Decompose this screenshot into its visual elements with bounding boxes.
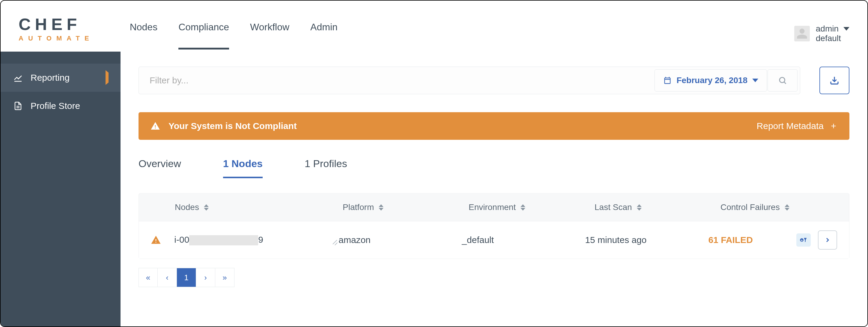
tab-overview[interactable]: Overview [138,158,181,178]
sidebar-item-label: Reporting [31,72,69,83]
avatar [794,26,810,41]
cell-node: i-009 [174,235,339,245]
user-menu[interactable]: admin default [794,15,849,43]
banner-text: Your System is Not Compliant [168,121,297,131]
user-icon [796,28,808,39]
filter-input-wrapper: February 26, 2018 [138,67,800,94]
page-next[interactable]: › [196,268,215,287]
warning-icon [151,235,161,245]
warning-icon [151,121,160,131]
nav-compliance[interactable]: Compliance [178,22,229,50]
caret-right-icon [105,72,108,83]
th-nodes[interactable]: Nodes [175,203,343,212]
meta-label: Report Metadata [757,121,824,131]
page-first[interactable]: « [138,268,158,287]
nav-nodes[interactable]: Nodes [130,22,158,48]
chart-icon [12,73,23,83]
calendar-icon [663,76,672,85]
redacted-text [189,235,258,245]
chevron-right-icon [824,236,831,244]
cell-platform: amazon [339,235,462,245]
header: CHEF AUTOMATE Nodes Compliance Workflow … [1,1,867,52]
logo-sub: AUTOMATE [19,34,94,42]
sidebar: Reporting Profile Store [1,52,121,326]
add-filter-button[interactable]: + [796,233,811,247]
tab-nodes[interactable]: 1 Nodes [223,158,262,178]
document-icon [12,101,23,110]
tab-profiles[interactable]: 1 Profiles [305,158,347,178]
sort-icon [785,204,789,211]
chevron-down-icon [843,27,849,31]
search-button[interactable] [768,69,798,91]
user-text: admin default [816,24,849,43]
page-last[interactable]: » [215,268,235,287]
page-1[interactable]: 1 [177,268,196,287]
th-control-failures[interactable]: Control Failures [720,203,810,212]
th-last-scan[interactable]: Last Scan [594,203,720,212]
download-icon [830,76,839,85]
main: February 26, 2018 Your System is Not Com… [121,52,867,326]
table-row[interactable]: i-009 amazon _default 15 minutes ago 61 … [139,221,849,259]
download-button[interactable] [819,67,849,94]
date-label: February 26, 2018 [676,76,747,85]
th-environment[interactable]: Environment [469,203,594,212]
table-header: Nodes Platform Environment Last Scan Con… [139,194,849,221]
th-platform[interactable]: Platform [343,203,469,212]
resize-handle[interactable] [333,239,337,244]
nodes-table: Nodes Platform Environment Last Scan Con… [138,193,849,259]
logo-main: CHEF [19,16,94,33]
page-prev[interactable]: ‹ [158,268,177,287]
user-name: admin [816,24,839,34]
chevron-down-icon [752,79,758,82]
nav-admin[interactable]: Admin [310,22,338,48]
sort-icon [637,204,642,211]
pagination: « ‹ 1 › » [138,268,849,287]
row-details-button[interactable] [818,230,837,249]
app-root: CHEF AUTOMATE Nodes Compliance Workflow … [0,0,868,327]
report-tabs: Overview 1 Nodes 1 Profiles [138,158,849,178]
report-metadata-toggle[interactable]: Report Metadata [757,121,837,131]
compliance-banner: Your System is Not Compliant Report Meta… [138,112,849,140]
svg-text:+: + [801,238,803,242]
sidebar-item-reporting[interactable]: Reporting [1,64,121,92]
date-picker[interactable]: February 26, 2018 [654,69,767,91]
user-tenant: default [816,34,849,43]
cell-last-scan: 15 minutes ago [585,235,708,245]
cell-environment: _default [462,235,585,245]
top-nav: Nodes Compliance Workflow Admin [130,7,338,51]
logo: CHEF AUTOMATE [19,16,94,42]
svg-point-2 [780,78,785,83]
row-status [151,235,174,245]
nav-workflow[interactable]: Workflow [250,22,289,48]
search-icon [778,76,787,85]
filter-row: February 26, 2018 [138,67,849,94]
svg-line-3 [784,82,786,84]
sort-icon [204,204,209,211]
body: Reporting Profile Store February 26, 201… [1,52,867,326]
sort-icon [379,204,383,211]
cell-failures: 61 FAILED [708,235,796,245]
sidebar-item-label: Profile Store [31,101,80,111]
add-filter-icon: + [799,236,808,244]
sort-icon [521,204,525,211]
sidebar-item-profile-store[interactable]: Profile Store [1,92,121,120]
plus-icon [830,122,837,130]
